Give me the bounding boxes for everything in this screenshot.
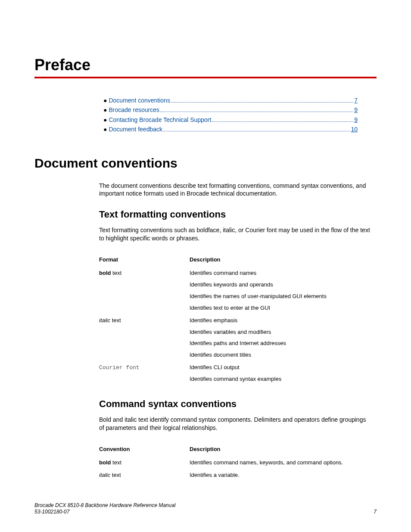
toc-bullet-icon: ● <box>103 96 107 105</box>
subsection-intro: Bold and italic text identify command sy… <box>99 416 372 432</box>
description-line: Identifies emphasis <box>190 317 368 324</box>
format-courier-label: Courier font <box>99 364 140 371</box>
th-convention: Convention <box>99 443 190 457</box>
description-line: Identifies document titles <box>190 352 368 359</box>
footer-doc-number: 53-1002180-07 <box>34 509 176 516</box>
toc-page-number[interactable]: 10 <box>351 124 358 134</box>
footer-left: Brocade DCX 8510-8 Backbone Hardware Ref… <box>34 502 176 516</box>
th-format: Format <box>99 254 190 267</box>
cell-format: Courier font <box>99 361 190 386</box>
toc-leader-dots <box>160 112 353 112</box>
toc-page-number[interactable]: 7 <box>354 96 358 105</box>
toc-leader-dots <box>171 102 353 103</box>
text-formatting-table: Format Description bold text Identifies … <box>99 254 372 386</box>
page-footer: Brocade DCX 8510-8 Backbone Hardware Ref… <box>34 502 377 516</box>
cell-convention: bold text <box>99 457 190 469</box>
format-italic-label: italic <box>99 317 110 324</box>
toc-bullet-icon: ● <box>103 105 107 115</box>
cell-description: Identifies CLI output Identifies command… <box>190 361 372 386</box>
cell-description: Identifies command names Identifies keyw… <box>190 267 372 314</box>
footer-page-number: 7 <box>374 509 377 516</box>
section-intro: The document conventions describe text f… <box>99 182 372 198</box>
toc-entry: ● Document feedback 10 <box>103 124 358 134</box>
th-description: Description <box>190 254 372 267</box>
cell-description: Identifies emphasis Identifies variables… <box>190 314 372 362</box>
cell-description: Identifies command names, keywords, and … <box>190 457 372 469</box>
description-line: Identifies command syntax examples <box>190 376 368 383</box>
table-row: italic text Identifies a variable. <box>99 469 372 482</box>
format-suffix: text <box>110 317 121 324</box>
toc-entry: ● Document conventions 7 <box>103 96 358 105</box>
toc-link-contacting-support[interactable]: Contacting Brocade Technical Support <box>109 115 211 124</box>
th-description: Description <box>190 443 372 457</box>
toc-bullet-icon: ● <box>103 124 107 134</box>
description-line: Identifies keywords and operands <box>190 281 368 289</box>
table-row: bold text Identifies command names, keyw… <box>99 457 372 469</box>
description-line: Identifies text to enter at the GUI <box>190 305 368 312</box>
format-suffix: text <box>111 459 121 466</box>
toc-entry: ● Brocade resources 9 <box>103 105 358 115</box>
toc-entry: ● Contacting Brocade Technical Support 9 <box>103 115 358 124</box>
toc-page-number[interactable]: 9 <box>354 105 358 115</box>
table-of-contents: ● Document conventions 7 ● Brocade resou… <box>103 96 358 134</box>
format-bold-label: bold <box>99 270 111 276</box>
table-row: italic text Identifies emphasis Identifi… <box>99 314 372 362</box>
toc-page-number[interactable]: 9 <box>354 115 358 124</box>
table-header-row: Convention Description <box>99 443 372 457</box>
toc-link-document-feedback[interactable]: Document feedback <box>109 124 162 134</box>
format-italic-label: italic <box>99 472 110 478</box>
format-suffix: text <box>110 472 121 478</box>
description-line: Identifies command names <box>190 270 368 277</box>
cell-format: italic text <box>99 314 190 362</box>
cell-format: bold text <box>99 267 190 314</box>
subsection-intro: Text formatting conventions such as bold… <box>99 226 372 243</box>
toc-link-brocade-resources[interactable]: Brocade resources <box>109 105 159 115</box>
format-suffix: text <box>111 270 121 276</box>
description-line: Identifies CLI output <box>190 364 368 371</box>
description-line: Identifies paths and Internet addresses <box>190 340 368 347</box>
chapter-rule <box>34 77 377 78</box>
toc-leader-dots <box>163 131 350 131</box>
toc-leader-dots <box>212 121 353 122</box>
cell-convention: italic text <box>99 469 190 482</box>
toc-bullet-icon: ● <box>103 115 107 124</box>
table-row: Courier font Identifies CLI output Ident… <box>99 361 372 386</box>
command-syntax-table: Convention Description bold text Identif… <box>99 443 372 482</box>
cell-description: Identifies a variable. <box>190 469 372 482</box>
chapter-title: Preface <box>34 56 377 74</box>
section-title-document-conventions: Document conventions <box>34 156 377 171</box>
footer-doc-title: Brocade DCX 8510-8 Backbone Hardware Ref… <box>34 502 176 509</box>
subsection-title-command-syntax: Command syntax conventions <box>99 398 372 410</box>
description-line: Identifies the names of user-manipulated… <box>190 293 368 300</box>
description-line: Identifies variables and modifiers <box>190 329 368 336</box>
toc-link-document-conventions[interactable]: Document conventions <box>109 96 170 105</box>
table-header-row: Format Description <box>99 254 372 267</box>
format-bold-label: bold <box>99 459 111 466</box>
table-row: bold text Identifies command names Ident… <box>99 267 372 314</box>
subsection-title-text-formatting: Text formatting conventions <box>99 209 372 220</box>
